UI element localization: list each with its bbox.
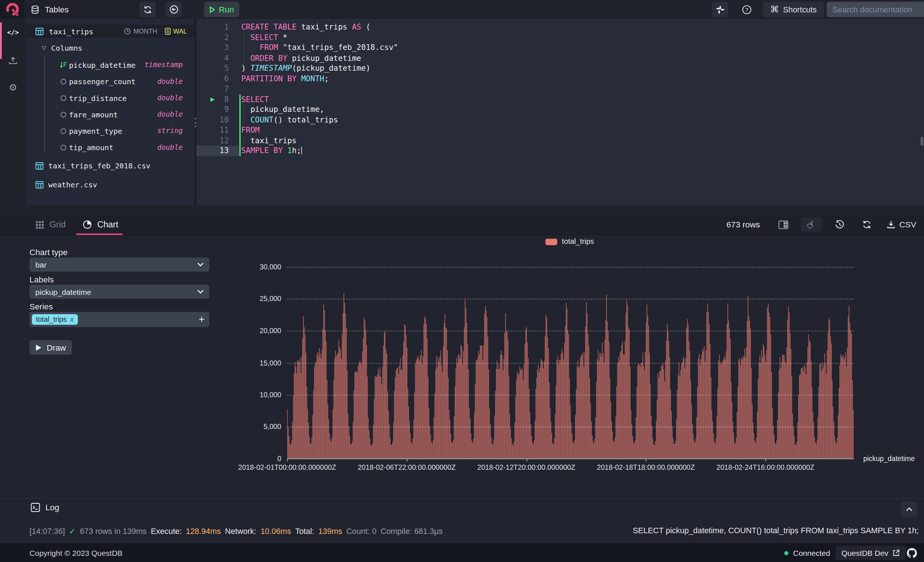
log-segment: Execute: bbox=[151, 527, 182, 536]
slack-icon bbox=[716, 5, 724, 14]
code-icon: </> bbox=[7, 29, 19, 36]
gridline bbox=[287, 299, 854, 300]
columns-label: Columns bbox=[51, 43, 82, 52]
rail-settings-button[interactable]: ⚙ bbox=[0, 83, 26, 93]
editor-line-4: ORDER BY pickup_datetime bbox=[241, 53, 361, 63]
y-tick-label: 10,000 bbox=[243, 391, 281, 399]
tab-chart[interactable]: Chart bbox=[82, 214, 118, 235]
hand-pointer-icon: ☞ bbox=[804, 217, 819, 232]
questdb-logo[interactable] bbox=[0, 0, 24, 19]
query-history-button[interactable] bbox=[831, 217, 848, 232]
inspect-result-button[interactable]: ☞ bbox=[801, 217, 822, 232]
collapse-log-button[interactable] bbox=[901, 502, 917, 517]
command-icon: ⌘ bbox=[770, 4, 779, 15]
column-row-trip_distance[interactable]: trip_distancedouble bbox=[26, 90, 194, 106]
collapse-triangle-icon: ▽ bbox=[42, 45, 46, 51]
remove-series-icon[interactable]: x bbox=[70, 315, 74, 324]
tables-panel-title: Tables bbox=[31, 0, 69, 19]
x-tick-label: 2018-02-01T00:00:00.000000Z bbox=[222, 463, 352, 472]
download-csv-button[interactable]: CSV bbox=[886, 217, 917, 232]
partition-icon bbox=[124, 28, 131, 34]
run-statement-icon[interactable]: ▶ bbox=[210, 94, 214, 104]
refresh-result-button[interactable] bbox=[858, 217, 875, 232]
instance-link[interactable]: QuestDB Dev bbox=[836, 546, 906, 560]
line-number-9: 9 bbox=[196, 104, 238, 114]
copyright-text: Copyright © 2023 QuestDB bbox=[30, 543, 123, 562]
slack-button[interactable] bbox=[712, 2, 728, 17]
tab-chart-label: Chart bbox=[98, 220, 118, 229]
github-link[interactable] bbox=[906, 547, 917, 559]
layout-toggle-button[interactable] bbox=[775, 217, 791, 232]
series-chip[interactable]: total_trips x bbox=[32, 314, 78, 325]
line-number-1: 1 bbox=[196, 22, 238, 32]
history-panel-button[interactable] bbox=[165, 2, 182, 17]
svg-text:?: ? bbox=[745, 6, 748, 12]
rail-import-button[interactable] bbox=[0, 56, 26, 66]
horizontal-splitter[interactable] bbox=[0, 205, 924, 214]
pie-chart-icon bbox=[82, 220, 92, 229]
y-tick-label: 30,000 bbox=[243, 263, 281, 271]
y-tick-label: 15,000 bbox=[243, 359, 281, 367]
bar-chart-plot[interactable]: 05,00010,00015,00020,00025,00030,0002018… bbox=[287, 263, 854, 459]
shortcuts-button[interactable]: ⌘ Shortcuts bbox=[763, 2, 824, 17]
table-name: taxi_trips bbox=[49, 27, 93, 36]
log-segment: 139ms bbox=[318, 527, 342, 536]
line-number-5: 5 bbox=[196, 63, 238, 73]
column-row-passenger_count[interactable]: passenger_countdouble bbox=[26, 73, 194, 90]
series-input[interactable]: total_trips x + bbox=[30, 312, 209, 327]
x-tick bbox=[526, 459, 527, 462]
column-name: tip_amount bbox=[69, 143, 113, 151]
questdb-console: Tables Run bbox=[0, 0, 924, 562]
column-type: string bbox=[157, 127, 183, 135]
editor-line-12: taxi_trips bbox=[241, 135, 297, 145]
column-row-fare_amount[interactable]: fare_amountdouble bbox=[26, 106, 194, 123]
rail-console-button[interactable]: </> bbox=[0, 29, 26, 36]
active-statement-bar bbox=[240, 94, 241, 156]
draw-button[interactable]: Draw bbox=[30, 340, 72, 355]
line-number-4: 4 bbox=[196, 53, 238, 63]
column-name: payment_type bbox=[69, 126, 122, 135]
run-label: Run bbox=[219, 5, 234, 14]
grid-icon bbox=[35, 220, 44, 229]
log-segment: 673 rows in 139ms bbox=[80, 527, 147, 536]
labels-select[interactable]: pickup_datetime bbox=[30, 285, 209, 299]
column-row-pickup_datetime[interactable]: pickup_datetimetimestamp bbox=[26, 57, 194, 73]
chart-legend[interactable]: total_trips bbox=[546, 238, 594, 246]
editor-line-9: pickup_datetime, bbox=[241, 104, 324, 114]
editor-line-10: COUNT() total_trips bbox=[241, 115, 338, 125]
run-button[interactable]: Run bbox=[204, 2, 240, 17]
table-row-taxi-trips-feb[interactable]: taxi_trips_feb_2018.csv bbox=[35, 160, 150, 171]
add-series-button[interactable]: + bbox=[199, 313, 205, 325]
x-tick bbox=[646, 459, 646, 462]
log-segment: ✓ bbox=[69, 527, 75, 536]
column-row-tip_amount[interactable]: tip_amountdouble bbox=[26, 139, 194, 156]
column-type: double bbox=[157, 143, 183, 151]
chart-panel: Chart type bar Labels pickup_datetime Se… bbox=[0, 235, 924, 498]
columns-group-toggle[interactable]: ▽ Columns bbox=[42, 42, 82, 53]
series-chip-label: total_trips bbox=[36, 315, 67, 324]
help-icon: ? bbox=[742, 4, 752, 14]
left-rail: </> ⚙ bbox=[0, 19, 26, 205]
help-button[interactable]: ? bbox=[738, 2, 755, 17]
chevron-down-icon bbox=[197, 262, 204, 267]
line-number-8: 8 bbox=[196, 94, 238, 104]
search-documentation-input[interactable]: Search documentation bbox=[826, 2, 924, 17]
text-cursor bbox=[301, 147, 302, 154]
chart-type-select[interactable]: bar bbox=[30, 258, 209, 272]
bars-series-total-trips bbox=[287, 263, 854, 459]
tab-grid[interactable]: Grid bbox=[35, 214, 66, 235]
table-row-taxi-trips[interactable]: taxi_trips MONTH WAL bbox=[26, 25, 194, 38]
line-number-11: 11 bbox=[196, 125, 238, 135]
github-icon bbox=[906, 547, 917, 559]
refresh-tables-button[interactable] bbox=[139, 2, 156, 17]
sql-editor[interactable]: 1CREATE TABLE taxi_trips AS (2 SELECT *3… bbox=[196, 19, 924, 205]
table-icon bbox=[35, 27, 44, 35]
gear-icon: ⚙ bbox=[9, 83, 17, 93]
table-row-weather[interactable]: weather.csv bbox=[35, 178, 97, 190]
database-icon bbox=[31, 5, 39, 14]
gridline bbox=[287, 427, 854, 427]
editor-scrollbar[interactable] bbox=[920, 137, 923, 145]
line-number-10: 10 bbox=[196, 115, 238, 125]
column-row-payment_type[interactable]: payment_typestring bbox=[26, 123, 194, 139]
circle-icon bbox=[59, 127, 68, 135]
